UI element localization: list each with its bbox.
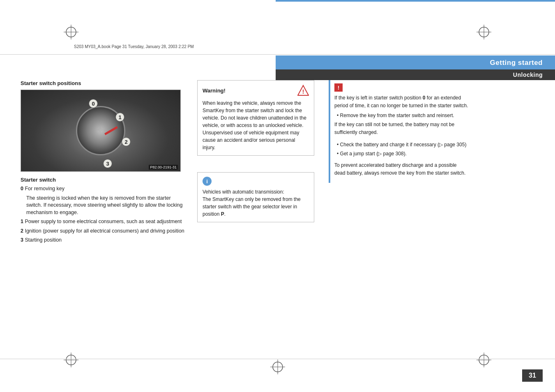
starter-switch-image: ✦ 0 1 2 3 P82.00-2191-31 [21,90,181,172]
corner-mark-top-right [477,25,491,39]
getting-started-title: Getting started [276,55,555,69]
position-0-label: 0 [89,99,98,108]
bottom-center-mark [270,360,285,376]
header-area: Getting started Unlocking [276,55,555,80]
item-num-3: 3 [21,237,23,243]
bottom-divider [0,359,555,359]
starter-item-0-desc: The steering is locked when the key is r… [21,195,185,217]
item-num-1: 1 [21,219,23,224]
note-para-2: If the key can still not be turned, the … [334,121,468,136]
starter-image-bg: ✦ 0 1 2 3 [21,90,180,171]
right-column: ! If the key is left in starter switch p… [325,80,472,246]
warning-text: When leaving the vehicle, always remove … [203,99,309,151]
image-caption: P82.00-2191-31 [149,165,178,170]
note-bullet-2: Check the battery and charge it if neces… [334,141,468,148]
info-box: i Vehicles with automatic transmission: … [197,172,314,222]
info-text: Vehicles with automatic transmission: Th… [203,188,309,218]
position-1-label: 1 [115,113,124,122]
page-number: 31 [522,369,543,382]
content-area: Starter switch positions ✦ 0 1 2 3 P82.0… [21,80,538,246]
note-box: ! If the key is left in starter switch p… [329,80,472,183]
info-text-line1: Vehicles with automatic transmission: [203,189,284,195]
section-title: Starter switch positions [21,80,185,86]
item-num-2: 2 [21,228,23,234]
warning-box: Warning! ! When leaving the vehicle, alw… [197,80,314,156]
info-icon: i [203,177,212,186]
middle-column: Warning! ! When leaving the vehicle, alw… [197,80,325,246]
info-icon-row: i [203,177,309,186]
starter-item-1: 1 Power supply to some electrical consum… [21,218,185,226]
top-accent-bar [276,0,555,2]
warning-header: Warning! ! [203,85,309,96]
warning-triangle-icon: ! [297,85,309,96]
note-para-1: If the key is left in starter switch pos… [334,94,468,109]
note-text: If the key is left in starter switch pos… [334,94,468,177]
file-info: S203 MY03_A.book Page 31 Tuesday, Januar… [74,44,194,49]
starter-item-0: 0 For removing key [21,185,185,193]
corner-mark-top-left [64,25,78,39]
top-divider [0,54,555,55]
note-icon: ! [334,83,343,92]
info-text-line2: The SmartKey can only be removed from th… [203,196,301,217]
info-text-p: P [221,211,224,217]
note-bullet-1: Remove the key from the starter switch a… [334,112,468,119]
position-3-label: 3 [103,159,112,168]
starter-item-2: 2 Ignition (power supply for all electri… [21,228,185,235]
starter-switch-desc-title: Starter switch [21,177,185,183]
position-2-label: 2 [122,137,131,146]
note-bullet-3: Get a jump start (▷ page 308). [334,150,468,157]
unlocking-title: Unlocking [276,69,555,80]
warning-title: Warning! [203,88,226,94]
note-icon-row: ! [334,83,468,92]
corner-mark-bottom-left [64,353,78,367]
left-column: Starter switch positions ✦ 0 1 2 3 P82.0… [21,80,197,246]
item-num-0: 0 [21,186,23,191]
starter-item-3: 3 Starting position [21,237,185,244]
note-para-3: To prevent accelerated battery discharge… [334,161,468,177]
svg-text:!: ! [302,88,304,95]
corner-mark-bottom-right [477,353,491,367]
